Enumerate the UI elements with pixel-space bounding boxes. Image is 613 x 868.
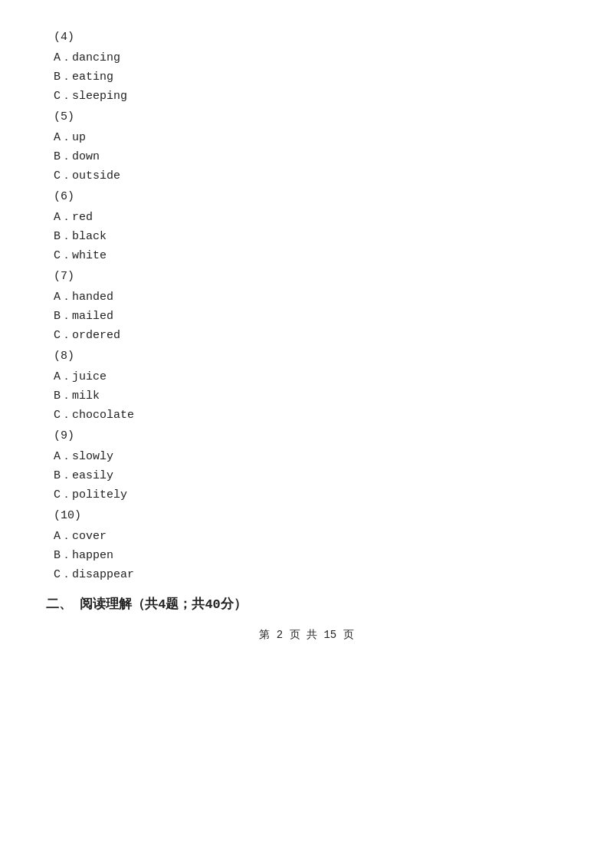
option-9-a: A．slowly [46,449,567,463]
option-8-b: B．milk [46,388,567,403]
question-number-7: (7) [46,270,567,283]
question-number-5: (5) [46,110,567,123]
option-7-a: A．handed [46,289,567,304]
option-6-c: C．white [46,248,567,262]
option-10-a: A．cover [46,528,567,543]
option-6-b: B．black [46,229,567,243]
questions-container: (4)A．dancingB．eatingC．sleeping(5)A．upB．d… [46,31,567,581]
option-8-c: C．chocolate [46,407,567,422]
question-number-4: (4) [46,31,567,44]
option-4-b: B．eating [46,69,567,84]
page-number: 第 2 页 共 15 页 [259,629,353,641]
option-10-b: B．happen [46,547,567,562]
question-number-9: (9) [46,429,567,442]
option-5-a: A．up [46,130,567,144]
option-5-b: B．down [46,149,567,163]
page-footer: 第 2 页 共 15 页 [46,628,567,642]
option-5-c: C．outside [46,168,567,182]
option-4-c: C．sleeping [46,88,567,103]
section-label: 二、 [46,597,72,612]
option-9-c: C．politely [46,487,567,501]
option-6-a: A．red [46,209,567,224]
option-10-c: C．disappear [46,567,567,581]
section-content: 阅读理解（共4题；共40分） [80,597,247,612]
question-number-10: (10) [46,509,567,522]
option-4-a: A．dancing [46,50,567,64]
option-7-c: C．ordered [46,327,567,342]
option-8-a: A．juice [46,369,567,383]
question-number-6: (6) [46,190,567,203]
question-number-8: (8) [46,350,567,363]
section-title: 二、 阅读理解（共4题；共40分） [46,595,567,613]
option-9-b: B．easily [46,468,567,482]
option-7-b: B．mailed [46,308,567,323]
